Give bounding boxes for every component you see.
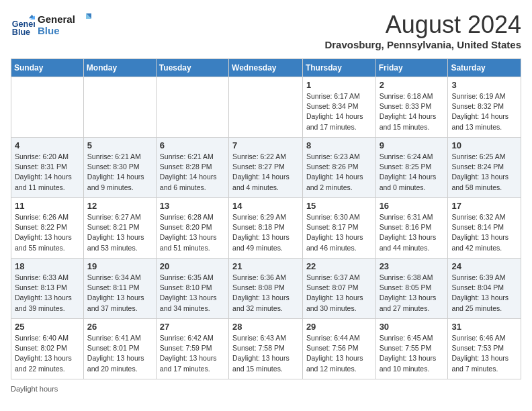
dow-header: Sunday [11,59,84,77]
location: Dravosburg, Pennsylvania, United States [324,39,521,50]
calendar-week-row: 25Sunrise: 6:40 AMSunset: 8:02 PMDayligh… [11,319,521,379]
calendar-cell: 31Sunrise: 6:46 AMSunset: 7:53 PMDayligh… [448,319,521,379]
calendar-cell: 7Sunrise: 6:22 AMSunset: 8:27 PMDaylight… [229,138,303,198]
dow-header: Monday [83,59,156,77]
calendar-cell: 15Sunrise: 6:30 AMSunset: 8:17 PMDayligh… [302,198,375,259]
calendar-cell: 20Sunrise: 6:35 AMSunset: 8:10 PMDayligh… [156,259,228,319]
daylight-label: Daylight hours [11,385,58,393]
calendar-cell: 4Sunrise: 6:20 AMSunset: 8:31 PMDaylight… [11,138,84,198]
day-number: 29 [306,322,372,332]
calendar-cell: 1Sunrise: 6:17 AMSunset: 8:34 PMDaylight… [302,77,375,138]
calendar-cell: 5Sunrise: 6:21 AMSunset: 8:30 PMDaylight… [83,138,156,198]
day-number: 4 [15,140,80,150]
day-number: 15 [306,201,372,211]
day-info: Sunrise: 6:24 AMSunset: 8:25 PMDaylight:… [380,152,445,193]
day-number: 14 [232,201,299,211]
day-info: Sunrise: 6:46 AMSunset: 7:53 PMDaylight:… [451,333,517,374]
day-info: Sunrise: 6:17 AMSunset: 8:34 PMDaylight:… [306,91,372,132]
day-number: 28 [232,322,299,332]
svg-text:Blue: Blue [12,28,30,37]
day-number: 13 [160,201,225,211]
day-number: 24 [451,261,517,271]
calendar-cell: 18Sunrise: 6:33 AMSunset: 8:13 PMDayligh… [11,259,84,319]
calendar-cell: 21Sunrise: 6:36 AMSunset: 8:08 PMDayligh… [229,259,303,319]
logo: General Blue General Blue [11,11,91,40]
dow-header: Friday [375,59,448,77]
day-number: 20 [160,261,225,271]
day-number: 27 [160,322,225,332]
calendar-week-row: 4Sunrise: 6:20 AMSunset: 8:31 PMDaylight… [11,138,521,198]
calendar-cell: 6Sunrise: 6:21 AMSunset: 8:28 PMDaylight… [156,138,228,198]
day-info: Sunrise: 6:30 AMSunset: 8:17 PMDaylight:… [306,212,372,253]
calendar-cell: 28Sunrise: 6:43 AMSunset: 7:58 PMDayligh… [229,319,303,379]
title-block: August 2024 Dravosburg, Pennsylvania, Un… [324,11,521,50]
day-info: Sunrise: 6:37 AMSunset: 8:07 PMDaylight:… [306,273,372,314]
dow-header: Thursday [302,59,375,77]
month-title: August 2024 [324,11,521,39]
day-info: Sunrise: 6:31 AMSunset: 8:16 PMDaylight:… [380,212,445,253]
day-number: 22 [306,261,372,271]
calendar-cell: 30Sunrise: 6:45 AMSunset: 7:55 PMDayligh… [375,319,448,379]
dow-header: Tuesday [156,59,228,77]
day-number: 21 [232,261,299,271]
calendar-cell: 17Sunrise: 6:32 AMSunset: 8:14 PMDayligh… [448,198,521,259]
day-number: 25 [15,322,80,332]
calendar-cell: 2Sunrise: 6:18 AMSunset: 8:33 PMDaylight… [375,77,448,138]
day-info: Sunrise: 6:41 AMSunset: 8:01 PMDaylight:… [87,333,152,374]
calendar-cell: 25Sunrise: 6:40 AMSunset: 8:02 PMDayligh… [11,319,84,379]
calendar-cell: 19Sunrise: 6:34 AMSunset: 8:11 PMDayligh… [83,259,156,319]
day-info: Sunrise: 6:40 AMSunset: 8:02 PMDaylight:… [15,333,80,374]
svg-text:General: General [38,13,75,25]
day-info: Sunrise: 6:22 AMSunset: 8:27 PMDaylight:… [232,152,299,193]
day-info: Sunrise: 6:29 AMSunset: 8:18 PMDaylight:… [232,212,299,253]
day-number: 10 [451,140,517,150]
day-info: Sunrise: 6:34 AMSunset: 8:11 PMDaylight:… [87,273,152,314]
day-number: 30 [380,322,445,332]
day-info: Sunrise: 6:43 AMSunset: 7:58 PMDaylight:… [232,333,299,374]
calendar-cell: 3Sunrise: 6:19 AMSunset: 8:32 PMDaylight… [448,77,521,138]
calendar-cell: 24Sunrise: 6:39 AMSunset: 8:04 PMDayligh… [448,259,521,319]
day-number: 11 [15,201,80,211]
svg-text:Blue: Blue [38,25,60,36]
day-info: Sunrise: 6:20 AMSunset: 8:31 PMDaylight:… [15,152,80,193]
calendar-cell: 23Sunrise: 6:38 AMSunset: 8:05 PMDayligh… [375,259,448,319]
day-info: Sunrise: 6:38 AMSunset: 8:05 PMDaylight:… [380,273,445,314]
calendar-week-row: 18Sunrise: 6:33 AMSunset: 8:13 PMDayligh… [11,259,521,319]
day-number: 9 [380,140,445,150]
days-of-week-row: SundayMondayTuesdayWednesdayThursdayFrid… [11,59,521,77]
day-info: Sunrise: 6:25 AMSunset: 8:24 PMDaylight:… [451,152,517,193]
day-info: Sunrise: 6:32 AMSunset: 8:14 PMDaylight:… [451,212,517,253]
day-info: Sunrise: 6:39 AMSunset: 8:04 PMDaylight:… [451,273,517,314]
day-number: 6 [160,140,225,150]
day-number: 18 [15,261,80,271]
calendar-cell: 9Sunrise: 6:24 AMSunset: 8:25 PMDaylight… [375,138,448,198]
calendar-cell: 8Sunrise: 6:23 AMSunset: 8:26 PMDaylight… [302,138,375,198]
day-number: 23 [380,261,445,271]
day-info: Sunrise: 6:19 AMSunset: 8:32 PMDaylight:… [451,91,517,132]
footer: Daylight hours [11,385,521,393]
dow-header: Wednesday [229,59,303,77]
calendar-cell: 16Sunrise: 6:31 AMSunset: 8:16 PMDayligh… [375,198,448,259]
day-info: Sunrise: 6:42 AMSunset: 7:59 PMDaylight:… [160,333,225,374]
day-info: Sunrise: 6:26 AMSunset: 8:22 PMDaylight:… [15,212,80,253]
day-info: Sunrise: 6:33 AMSunset: 8:13 PMDaylight:… [15,273,80,314]
day-number: 26 [87,322,152,332]
calendar-cell: 14Sunrise: 6:29 AMSunset: 8:18 PMDayligh… [229,198,303,259]
day-info: Sunrise: 6:27 AMSunset: 8:21 PMDaylight:… [87,212,152,253]
day-info: Sunrise: 6:36 AMSunset: 8:08 PMDaylight:… [232,273,299,314]
logo-icon: General Blue [11,13,35,38]
calendar-week-row: 1Sunrise: 6:17 AMSunset: 8:34 PMDaylight… [11,77,521,138]
calendar-cell [83,77,156,138]
dow-header: Saturday [448,59,521,77]
day-info: Sunrise: 6:18 AMSunset: 8:33 PMDaylight:… [380,91,445,132]
calendar-cell: 27Sunrise: 6:42 AMSunset: 7:59 PMDayligh… [156,319,228,379]
calendar-week-row: 11Sunrise: 6:26 AMSunset: 8:22 PMDayligh… [11,198,521,259]
calendar-cell: 13Sunrise: 6:28 AMSunset: 8:20 PMDayligh… [156,198,228,259]
calendar-cell [11,77,84,138]
page-header: General Blue General Blue August 2024 Dr… [11,11,521,50]
calendar-cell: 29Sunrise: 6:44 AMSunset: 7:56 PMDayligh… [302,319,375,379]
calendar-cell: 12Sunrise: 6:27 AMSunset: 8:21 PMDayligh… [83,198,156,259]
day-number: 16 [380,201,445,211]
calendar-cell: 26Sunrise: 6:41 AMSunset: 8:01 PMDayligh… [83,319,156,379]
calendar-body: 1Sunrise: 6:17 AMSunset: 8:34 PMDaylight… [11,77,521,379]
